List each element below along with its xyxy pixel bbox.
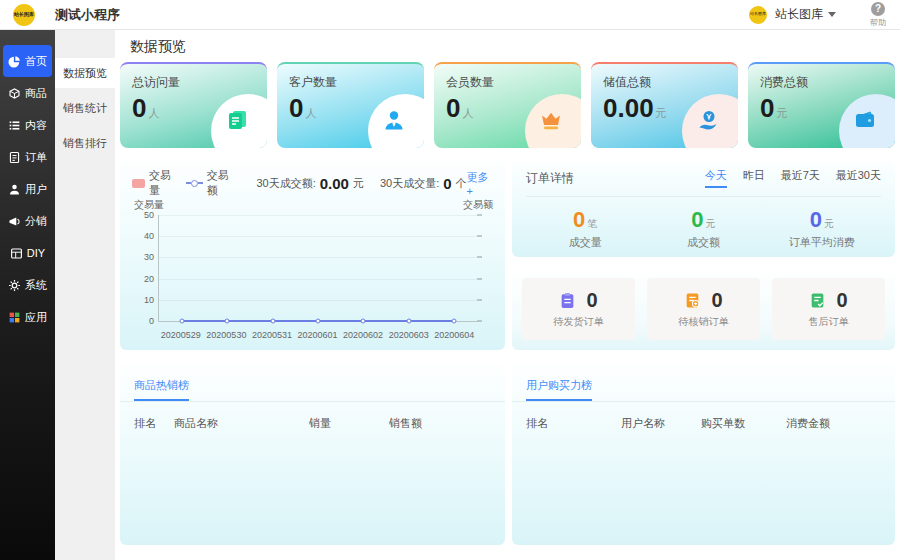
stat-value: 0 [760,93,774,123]
amount-line-icon [186,180,203,187]
line-data-point [270,319,275,324]
stat-card-customers: 客户数量 0人 [277,62,424,148]
sidebar-item-apps[interactable]: 应用 [3,301,52,333]
stat-card-total-visits: 总访问量 0人 [120,62,267,148]
column-header: 商品名称 [174,416,309,431]
user-icon [8,183,21,196]
submenu-item-sales-stats[interactable]: 销售统计 [55,93,115,123]
user-name[interactable]: 站长图库 [775,6,823,23]
user-rank-panel: 用户购买力榜 排名 用户名称 购买单数 消费金额 [512,363,895,545]
order-doc-icon [8,151,21,164]
submenu: 数据预览 销售统计 销售排行 [55,30,115,560]
more-link[interactable]: 更多 + [467,170,493,197]
sidebar-item-distribution[interactable]: 分销 [3,205,52,237]
line-data-point [316,319,321,324]
card-pending-verification[interactable]: 0 待核销订单 [647,278,760,340]
status-value: 0 [711,289,722,312]
chevron-down-icon[interactable] [828,12,836,17]
stat-label: 消费总额 [760,74,883,91]
order-status-panel: 0 待发货订单 0 待核销订单 0 售后订单 [512,268,895,350]
order-stats: 0笔 成交量 0元 成交额 0元 订单平均消费 [526,207,881,250]
status-label: 售后订单 [809,315,849,329]
wallet-icon [853,108,877,132]
sidebar-item-users[interactable]: 用户 [3,173,52,205]
sidebar-item-content[interactable]: 内容 [3,109,52,141]
submenu-item-data-overview[interactable]: 数据预览 [55,58,115,88]
status-label: 待核销订单 [679,315,729,329]
stat-label: 储值总额 [603,74,726,91]
main-content: 数据预览 总访问量 0人 客户数量 0人 会员数量 0人 储值总额 0.00元 [115,30,900,560]
sidebar-item-orders[interactable]: 订单 [3,141,52,173]
volume-swatch-icon [132,179,145,188]
stat-deal-amount: 0元 成交额 [644,207,762,250]
document-icon [225,108,249,132]
layout-icon [10,247,23,260]
column-header: 排名 [134,416,174,431]
line-data-point [179,319,184,324]
stat-label: 总访问量 [132,74,255,91]
doc-add-icon [684,292,701,309]
stat-unit: 元 [776,107,787,119]
legend-amount[interactable]: 交易额 [186,168,231,198]
summary-value: 0.00 [320,175,349,192]
card-after-sales[interactable]: 0 售后订单 [772,278,885,340]
user-avatar[interactable]: 站长图库 [749,6,767,24]
legend-label: 交易额 [207,168,231,198]
help-icon: ? [871,2,885,16]
sidebar-item-goods[interactable]: 商品 [3,77,52,109]
topbar-right: 站长图库 站长图库 ? 帮助 [749,2,900,28]
tab-yesterday[interactable]: 昨日 [743,168,765,188]
status-label: 待发货订单 [554,315,604,329]
sidebar-item-diy[interactable]: DIY [3,237,52,269]
stat-unit: 人 [305,107,316,119]
app-title: 测试小程序 [55,6,120,24]
stat-deal-count: 0笔 成交量 [526,207,644,250]
line-data-point [361,319,366,324]
page-title: 数据预览 [130,38,186,56]
stat-card-stored-value: 储值总额 0.00元 [591,62,738,148]
stat-value: 0 [289,93,303,123]
chart-header: 交易量 交易额 30天成交额: 0.00 元 30天成交量: 0 个 更多 + [132,168,493,198]
tab-today[interactable]: 今天 [705,168,727,188]
user-rank-title[interactable]: 用户购买力榜 [526,378,592,401]
stat-avg-order-spend: 0元 订单平均消费 [763,207,881,250]
submenu-item-sales-rank[interactable]: 销售排行 [55,128,115,158]
card-pending-shipment[interactable]: 0 待发货订单 [522,278,635,340]
tab-last-7-days[interactable]: 最近7天 [781,168,820,188]
stat-cards-row: 总访问量 0人 客户数量 0人 会员数量 0人 储值总额 0.00元 [120,62,895,148]
help-button[interactable]: ? 帮助 [870,2,886,28]
sidebar-item-label: 订单 [25,150,47,165]
order-detail-header: 订单详情 今天 昨日 最近7天 最近30天 [526,168,881,197]
chart-area: 交易量 交易额 50 40 30 20 10 0 202005292020053… [132,198,493,344]
site-logo-icon: 站长图库 [13,4,35,26]
summary-value: 0 [443,175,451,192]
stat-unit: 元 [656,107,667,119]
legend-volume[interactable]: 交易量 [132,168,176,198]
divider [512,401,895,402]
x-axis-labels: 2020052920200530202005312020060120200602… [158,330,477,340]
status-value: 0 [586,289,597,312]
column-header: 购买单数 [701,416,786,431]
legend-label: 交易量 [149,168,176,198]
product-rank-title[interactable]: 商品热销榜 [134,378,189,401]
stat-card-consumption: 消费总额 0元 [748,62,895,148]
megaphone-icon [8,215,21,228]
line-data-point [452,319,457,324]
doc-check-icon [809,292,826,309]
help-label: 帮助 [870,17,886,28]
sidebar-item-system[interactable]: 系统 [3,269,52,301]
product-rank-columns: 排名 商品名称 销量 销售额 [134,416,491,431]
line-data-point [406,319,411,324]
hand-coin-icon [696,108,720,132]
apps-grid-icon [8,311,21,324]
stat-value: 0 [132,93,146,123]
sidebar-item-home[interactable]: 首页 [3,45,52,77]
column-header: 排名 [526,416,621,431]
transaction-chart-panel: 交易量 交易额 30天成交额: 0.00 元 30天成交量: 0 个 更多 + … [120,158,505,350]
topbar: 站长图库 测试小程序 站长图库 站长图库 ? 帮助 [0,0,900,30]
tab-last-30-days[interactable]: 最近30天 [836,168,881,188]
sidebar-item-label: 系统 [25,278,47,293]
stat-label: 会员数量 [446,74,569,91]
stat-unit: 人 [148,107,159,119]
sidebar-item-label: 用户 [25,182,47,197]
